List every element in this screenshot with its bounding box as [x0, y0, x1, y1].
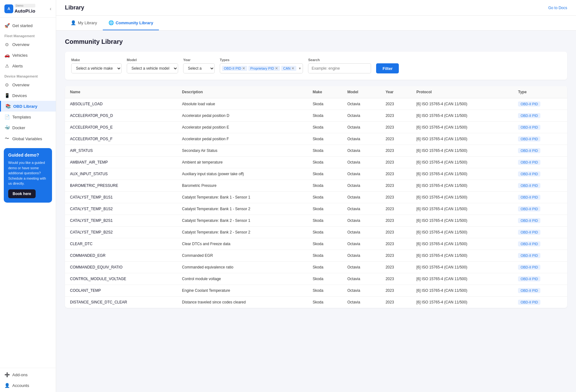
- sidebar-item-device-overview[interactable]: ⊙ Overview: [0, 79, 56, 90]
- sidebar-item-get-started[interactable]: 🚀 Get started: [0, 20, 56, 31]
- cell-description: Accelerator pedal position D: [177, 110, 307, 122]
- table-row[interactable]: CATALYST_TEMP_B1S2 Catalyst Temperature:…: [65, 203, 567, 215]
- table-row[interactable]: CATALYST_TEMP_B1S1 Catalyst Temperature:…: [65, 192, 567, 203]
- col-protocol: Protocol: [411, 86, 513, 98]
- cell-year: 2023: [381, 285, 411, 297]
- table-row[interactable]: AIR_STATUS Secondary Air Status Skoda Oc…: [65, 145, 567, 157]
- collapse-sidebar-button[interactable]: ‹: [50, 6, 51, 12]
- col-model: Model: [342, 86, 381, 98]
- cell-make: Skoda: [308, 157, 342, 168]
- cell-make: Skoda: [308, 215, 342, 227]
- tab-my-library-label: My Library: [78, 20, 97, 25]
- tag-can: CAN ✕: [281, 66, 296, 71]
- cell-make: Skoda: [308, 168, 342, 180]
- page-title: Library: [65, 4, 84, 11]
- table-row[interactable]: COOLANT_TEMP Engine Coolant Temperature …: [65, 285, 567, 297]
- sidebar-item-templates[interactable]: 📄 Templates: [0, 112, 56, 122]
- cell-type: OBD-II PID: [513, 98, 567, 110]
- table-row[interactable]: CLEAR_DTC Clear DTCs and Freeze data Sko…: [65, 238, 567, 250]
- cell-protocol: [6] ISO 15765-4 (CAN 11/500): [411, 203, 513, 215]
- table-row[interactable]: CONTROL_MODULE_VOLTAGE Control module vo…: [65, 273, 567, 285]
- cell-description: Catalyst Temperature: Bank 1 - Sensor 1: [177, 192, 307, 203]
- table-row[interactable]: COMMANDED_EGR Commanded EGR Skoda Octavi…: [65, 250, 567, 262]
- app-logo-icon: A: [4, 4, 13, 13]
- table-row[interactable]: AUX_INPUT_STATUS Auxiliary input status …: [65, 168, 567, 180]
- table-row[interactable]: ABSOLUTE_LOAD Absolute load value Skoda …: [65, 98, 567, 110]
- cell-name: ACCELERATOR_POS_F: [65, 133, 177, 145]
- sidebar-label-templates: Templates: [12, 115, 31, 119]
- goto-docs-link[interactable]: Go to Docs: [548, 6, 567, 10]
- cell-description: Engine Coolant Temperature: [177, 285, 307, 297]
- cell-name: CATALYST_TEMP_B2S2: [65, 227, 177, 238]
- sidebar-item-devices[interactable]: 📱 Devices: [0, 90, 56, 101]
- cell-model: Octavia: [342, 110, 381, 122]
- cell-type: OBD-II PID: [513, 157, 567, 168]
- table-row[interactable]: ACCELERATOR_POS_D Accelerator pedal posi…: [65, 110, 567, 122]
- guided-demo-body: Would you like a guided demo or have som…: [8, 160, 48, 186]
- cell-model: Octavia: [342, 250, 381, 262]
- cell-model: Octavia: [342, 145, 381, 157]
- cell-make: Skoda: [308, 98, 342, 110]
- sidebar-item-global-variables[interactable]: 〜 Global Variables: [0, 133, 56, 144]
- cell-name: CLEAR_DTC: [65, 238, 177, 250]
- year-filter-select[interactable]: Select a: [183, 63, 215, 73]
- sidebar-item-fleet-overview[interactable]: ⊙ Overview: [0, 39, 56, 50]
- sidebar-label-vehicles: Vehicles: [12, 53, 27, 58]
- sidebar-label-alerts: Alerts: [12, 64, 23, 68]
- sidebar-item-accounts[interactable]: 👤 Accounts: [0, 380, 56, 391]
- table-row[interactable]: ACCELERATOR_POS_E Accelerator pedal posi…: [65, 122, 567, 133]
- tab-community-library[interactable]: 🌐 Community Library: [103, 16, 159, 30]
- table-row[interactable]: DISTANCE_SINCE_DTC_CLEAR Distance travel…: [65, 297, 567, 308]
- make-filter-group: Make Select a vehicle make: [71, 58, 122, 73]
- tab-my-library[interactable]: 👤 My Library: [65, 16, 103, 30]
- sidebar-label-get-started: Get started: [12, 23, 32, 28]
- filter-button[interactable]: Filter: [376, 63, 399, 73]
- cell-model: Octavia: [342, 203, 381, 215]
- remove-obd2-pid-tag[interactable]: ✕: [242, 66, 245, 71]
- data-table: Name Description Make Model Year Protoco…: [65, 86, 567, 308]
- table-row[interactable]: CATALYST_TEMP_B2S2 Catalyst Temperature:…: [65, 227, 567, 238]
- cell-make: Skoda: [308, 273, 342, 285]
- sidebar-item-vehicles[interactable]: 🚗 Vehicles: [0, 50, 56, 61]
- accounts-icon: 👤: [4, 383, 9, 388]
- cell-name: COOLANT_TEMP: [65, 285, 177, 297]
- table-row[interactable]: AMBIANT_AIR_TEMP Ambient air temperature…: [65, 157, 567, 168]
- cell-model: Octavia: [342, 297, 381, 308]
- sidebar-item-add-ons[interactable]: ➕ Add-ons: [0, 369, 56, 380]
- sidebar-nav: 🚀 Get started Fleet Management ⊙ Overvie…: [0, 18, 56, 368]
- device-overview-icon: ⊙: [4, 82, 9, 87]
- cell-type: OBD-II PID: [513, 110, 567, 122]
- cell-year: 2023: [381, 157, 411, 168]
- cell-description: Distance traveled since codes cleared: [177, 297, 307, 308]
- remove-proprietary-pid-tag[interactable]: ✕: [275, 66, 278, 71]
- cell-name: ACCELERATOR_POS_E: [65, 122, 177, 133]
- sidebar-item-obd-library[interactable]: 📚 OBD Library: [0, 101, 56, 112]
- table-row[interactable]: COMMANDED_EQUIV_RATIO Commanded equivale…: [65, 262, 567, 273]
- sidebar-label-fleet-overview: Overview: [12, 42, 29, 47]
- templates-icon: 📄: [4, 114, 9, 119]
- search-filter-label: Search: [308, 58, 371, 62]
- book-here-button[interactable]: Book here: [8, 189, 36, 198]
- col-type: Type: [513, 86, 567, 98]
- sidebar-item-alerts[interactable]: ⚠ Alerts: [0, 61, 56, 71]
- cell-year: 2023: [381, 273, 411, 285]
- cell-name: ABSOLUTE_LOAD: [65, 98, 177, 110]
- col-description: Description: [177, 86, 307, 98]
- types-dropdown-arrow[interactable]: ▾: [299, 66, 301, 71]
- cell-type: OBD-II PID: [513, 145, 567, 157]
- cell-description: Secondary Air Status: [177, 145, 307, 157]
- sidebar-label-device-overview: Overview: [12, 83, 29, 87]
- cell-make: Skoda: [308, 180, 342, 192]
- table-row[interactable]: CATALYST_TEMP_B2S1 Catalyst Temperature:…: [65, 215, 567, 227]
- remove-can-tag[interactable]: ✕: [291, 66, 294, 71]
- sidebar-item-docker[interactable]: 🐳 Docker: [0, 122, 56, 133]
- filter-button-group: Filter: [376, 58, 399, 73]
- table-row[interactable]: BAROMETRIC_PRESSURE Barometric Pressure …: [65, 180, 567, 192]
- table-row[interactable]: ACCELERATOR_POS_F Accelerator pedal posi…: [65, 133, 567, 145]
- types-tags-select[interactable]: OBD-II PID ✕ Proprietary PID ✕ CAN ✕ ▾: [220, 63, 303, 73]
- cell-make: Skoda: [308, 110, 342, 122]
- make-filter-select[interactable]: Select a vehicle make: [71, 63, 122, 73]
- get-started-icon: 🚀: [4, 23, 9, 28]
- search-input[interactable]: [308, 63, 371, 73]
- model-filter-select[interactable]: Select a vehicle model: [127, 63, 178, 73]
